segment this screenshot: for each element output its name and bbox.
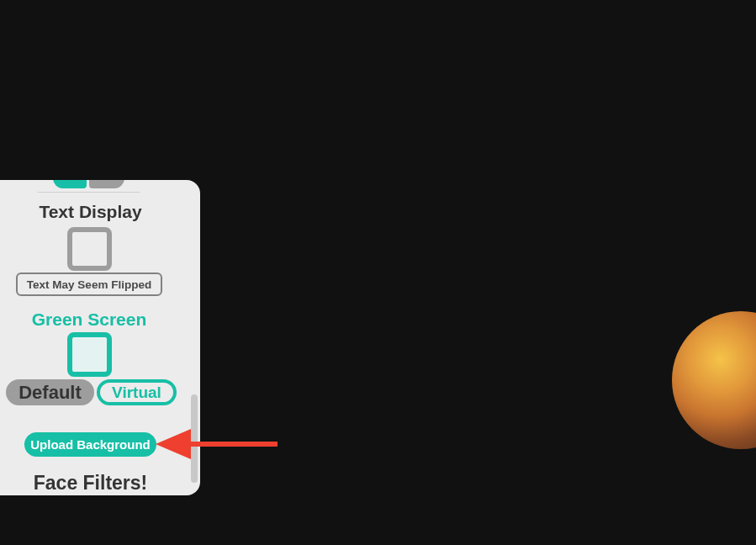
toggle-virtual-label: Virtual [112,384,161,402]
partial-toggle-on[interactable] [53,180,87,188]
flip-notice-label: Text May Seem Flipped [27,278,151,291]
partial-toggle-off[interactable] [89,180,124,188]
green-screen-checkbox[interactable] [67,332,112,377]
upload-background-button[interactable]: Upload Background [24,432,156,457]
background-mode-toggle: Default Virtual [6,379,173,405]
toggle-virtual-button[interactable]: Virtual [97,379,177,405]
arrow-line [188,442,278,447]
text-display-checkbox[interactable] [67,227,112,271]
settings-panel: Text Display Text May Seem Flipped Green… [0,180,200,495]
scrollbar-thumb[interactable] [191,394,198,483]
toggle-default-label: Default [19,382,82,404]
flip-notice-button[interactable]: Text May Seem Flipped [16,272,162,296]
partial-toggle [53,180,126,188]
avatar-image [672,311,756,449]
upload-background-label: Upload Background [30,437,151,452]
divider [38,192,140,193]
green-screen-heading: Green Screen [0,310,178,330]
text-display-heading: Text Display [0,202,181,222]
face-filters-heading: Face Filters! [0,472,181,495]
toggle-default-button[interactable]: Default [6,379,94,405]
